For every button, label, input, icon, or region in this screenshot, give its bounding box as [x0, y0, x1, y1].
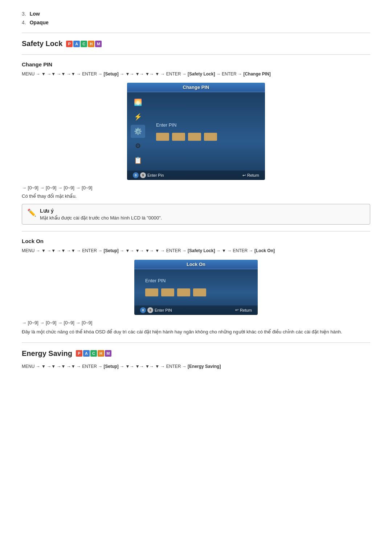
lock-on-nav: MENU → ▼ →▼ →▼ →▼ → ENTER → [Setup] → ▼→…: [22, 247, 370, 254]
energy-saving-title: Energy Saving P A C H M: [22, 349, 370, 358]
lock-on-pin-box-2: [161, 288, 174, 296]
pin-box-1: [156, 133, 169, 141]
change-pin-nav: MENU → ▼ →▼ →▼ →▼ → ENTER → [Setup] → ▼→…: [22, 70, 370, 78]
change-pin-screen-title: Change PIN: [127, 83, 265, 92]
list-label-3: Low: [30, 11, 40, 17]
footer-enter-item: 0 9 Enter Pin: [133, 172, 164, 178]
energy-saving-section: Energy Saving P A C H M MENU → ▼ →▼ →▼ →…: [22, 349, 370, 370]
lock-on-pin-boxes: [145, 288, 206, 296]
footer-return-label: Return: [247, 173, 259, 177]
change-pin-boxes: [156, 133, 217, 141]
lock-on-return-icon: ↩: [235, 308, 238, 312]
change-pin-subsection: Change PIN MENU → ▼ →▼ →▼ →▼ → ENTER → […: [22, 61, 370, 199]
list-num-4: 4.: [22, 20, 26, 25]
lock-on-pin-box-3: [177, 288, 190, 296]
lock-on-screen-container: Lock On Enter PIN 0: [22, 260, 370, 315]
divider-3: [22, 231, 370, 231]
safety-lock-section: Safety Lock P A C H M Change PIN MENU → …: [22, 40, 370, 336]
sidebar-icon-1: 🌅: [131, 96, 145, 109]
change-pin-content: Enter PIN: [149, 96, 261, 167]
change-pin-screen-body: 🌅 ⚡ ⚙️ ⚙ 📋 Enter PIN: [127, 92, 265, 171]
lock-on-screen-body: Enter PIN: [134, 269, 258, 305]
note-text: Mật khẩu được cài đặt trước cho Màn hình…: [40, 215, 162, 221]
lock-on-circle-0: 0: [140, 307, 146, 313]
lock-on-enter-label: Enter PIN: [145, 278, 166, 283]
pin-box-2: [172, 133, 185, 141]
footer-return-item: ↩ Return: [242, 172, 259, 178]
change-pin-title: Change PIN: [22, 61, 370, 67]
lock-on-pin-box-4: [193, 288, 206, 296]
safety-lock-badges: P A C H M: [66, 41, 102, 47]
energy-badge-p: P: [76, 350, 82, 357]
lock-on-screen-footer: 0 9 Enter PIN ↩ Return: [134, 305, 258, 315]
energy-saving-title-text: Energy Saving: [22, 349, 72, 358]
lock-on-sequence: → [0~9] → [0~9] → [0~9] → [0~9]: [22, 320, 370, 325]
energy-saving-nav: MENU → ▼ →▼ →▼ →▼ → ENTER → [Setup] → ▼→…: [22, 363, 370, 370]
list-num-3: 3.: [22, 11, 26, 17]
lock-on-return-label: Return: [240, 308, 252, 312]
energy-badge-h: H: [98, 350, 104, 357]
lock-on-circle-9: 9: [147, 307, 153, 313]
lock-on-enter-label-footer: Enter PIN: [155, 308, 172, 312]
note-icon: ✏️: [27, 208, 36, 217]
list-label-4: Opaque: [30, 20, 49, 25]
lock-on-desc: Đây là một chức năng có thể khóa OSD để …: [22, 328, 370, 336]
note-box: ✏️ Lưu ý Mật khẩu được cài đặt trước cho…: [22, 204, 370, 225]
note-title: Lưu ý: [40, 208, 162, 214]
top-list: 3. Low 4. Opaque: [22, 11, 370, 25]
divider-4: [22, 342, 370, 343]
change-pin-desc: Có thể thay đổi mật khẩu.: [22, 193, 370, 199]
change-pin-screen-container: Change PIN 🌅 ⚡ ⚙️ ⚙ 📋 Enter PIN: [22, 83, 370, 180]
list-item-4: 4. Opaque: [22, 20, 370, 25]
change-pin-screen-footer: 0 9 Enter Pin ↩ Return: [127, 171, 265, 180]
list-item-3: 3. Low: [22, 11, 370, 17]
footer-circle-9: 9: [140, 172, 146, 178]
change-pin-enter-label: Enter PIN: [156, 122, 176, 128]
energy-badge-m: M: [105, 350, 111, 357]
change-pin-sequence: → [0~9] → [0~9] → [0~9] → [0~9]: [22, 185, 370, 190]
change-pin-sidebar: 🌅 ⚡ ⚙️ ⚙ 📋: [131, 96, 149, 167]
lock-on-screen-title: Lock On: [134, 260, 258, 269]
lock-on-screen: Lock On Enter PIN 0: [134, 260, 258, 315]
safety-lock-title-text: Safety Lock: [22, 40, 62, 48]
energy-badge-a: A: [83, 350, 90, 357]
pin-box-3: [188, 133, 201, 141]
note-body: Lưu ý Mật khẩu được cài đặt trước cho Mà…: [40, 208, 162, 221]
lock-on-footer-return: ↩ Return: [235, 307, 252, 313]
divider-1: [22, 33, 370, 33]
badge-p: P: [66, 41, 73, 47]
sidebar-icon-3-active: ⚙️: [131, 125, 145, 138]
lock-on-title: Lock On: [22, 238, 370, 244]
sidebar-icon-2: ⚡: [131, 110, 145, 123]
sidebar-icon-5: 📋: [131, 154, 145, 167]
energy-badge-c: C: [90, 350, 97, 357]
badge-m: M: [95, 41, 102, 47]
badge-a: A: [73, 41, 80, 47]
pin-box-4: [204, 133, 217, 141]
footer-enter-label: Enter Pin: [147, 173, 164, 177]
lock-on-content: Enter PIN: [145, 275, 247, 300]
divider-2: [22, 54, 370, 55]
footer-return-icon: ↩: [242, 173, 246, 178]
energy-saving-badges: P A C H M: [76, 350, 111, 357]
lock-on-pin-box-1: [145, 288, 158, 296]
lock-on-subsection: Lock On MENU → ▼ →▼ →▼ →▼ → ENTER → [Set…: [22, 238, 370, 336]
badge-c: C: [81, 41, 87, 47]
change-pin-screen: Change PIN 🌅 ⚡ ⚙️ ⚙ 📋 Enter PIN: [127, 83, 265, 180]
badge-h: H: [88, 41, 94, 47]
sidebar-icon-4: ⚙: [131, 139, 145, 152]
footer-circle-0: 0: [133, 172, 139, 178]
lock-on-footer-enter: 0 9 Enter PIN: [140, 307, 172, 313]
safety-lock-title: Safety Lock P A C H M: [22, 40, 370, 48]
